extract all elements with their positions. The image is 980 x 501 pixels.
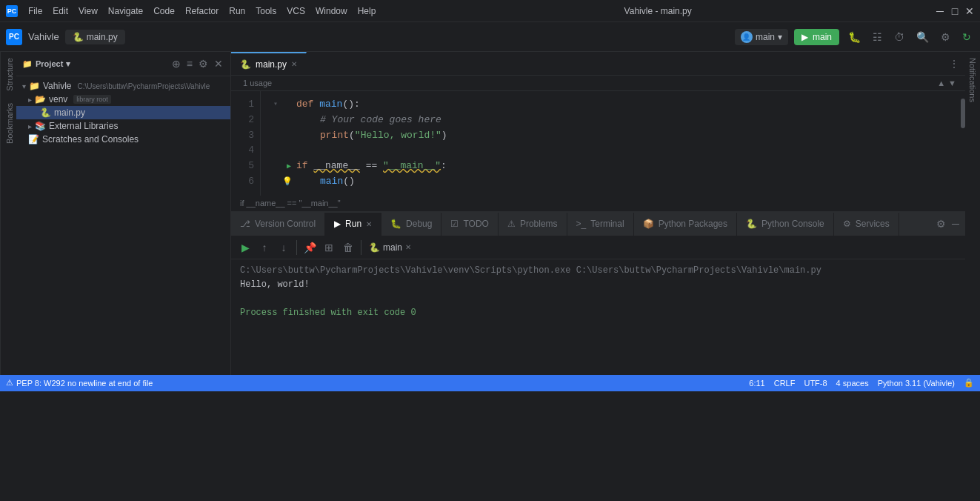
main-py-tab[interactable]: 🐍 main.py ✕ bbox=[231, 52, 307, 75]
bookmarks-panel-tab[interactable]: Bookmarks bbox=[1, 97, 16, 150]
nav-arrows[interactable]: ▲ ▼ bbox=[937, 79, 956, 87]
usages-badge[interactable]: 1 usage bbox=[240, 79, 272, 87]
expand-all-button[interactable]: ⊕ bbox=[170, 56, 182, 71]
tab-run[interactable]: ▶ Run ✕ bbox=[325, 213, 381, 236]
close-button[interactable]: ✕ bbox=[965, 7, 974, 16]
python-packages-tab-icon: 📦 bbox=[643, 219, 654, 229]
minimize-button[interactable]: ─ bbox=[936, 7, 944, 16]
run-label-close[interactable]: ✕ bbox=[405, 243, 411, 251]
terminal-output[interactable]: C:\Users\buttw\PycharmProjects\Vahivle\v… bbox=[231, 259, 965, 375]
cursor-position[interactable]: 6:11 bbox=[749, 379, 764, 388]
code-content[interactable]: ▾ def main(): # Your code goes here bbox=[261, 91, 959, 196]
search-everywhere-button[interactable]: 🔍 bbox=[913, 28, 932, 46]
lightbulb-icon[interactable]: 💡 bbox=[282, 176, 293, 189]
indent-setting[interactable]: 4 spaces bbox=[836, 379, 869, 388]
run-button[interactable]: ▶ main bbox=[794, 29, 839, 45]
menu-navigate[interactable]: Navigate bbox=[104, 4, 147, 18]
menu-file[interactable]: File bbox=[24, 4, 47, 18]
window-title: Vahivle - main.py bbox=[624, 6, 692, 16]
pin-tab-button[interactable]: 📌 bbox=[301, 239, 318, 256]
run-again-button[interactable]: ▶ bbox=[237, 239, 253, 256]
tree-scratches[interactable]: 📝 Scratches and Consoles bbox=[16, 133, 230, 146]
profile-button[interactable]: 👤 main ▾ bbox=[735, 29, 788, 45]
debug-toolbar-button[interactable]: 🐛 bbox=[845, 28, 864, 46]
app-logo: PC bbox=[6, 5, 18, 17]
editor-tab-menu[interactable]: ⋮ bbox=[949, 58, 965, 70]
sidebar: 📁 Project ▾ ⊕ ≡ ⚙ ✕ ▾ 📁 Vahivle C:\Users… bbox=[16, 52, 231, 375]
tree-venv[interactable]: ▸ 📂 venv library root bbox=[16, 93, 230, 106]
tab-version-control[interactable]: ⎇ Version Control bbox=[231, 213, 325, 236]
tab-services[interactable]: ⚙ Services bbox=[834, 213, 899, 236]
menu-help[interactable]: Help bbox=[353, 4, 381, 18]
settings-button[interactable]: ⚙ bbox=[938, 28, 953, 46]
file-path-tab[interactable]: 🐍 main.py bbox=[65, 30, 125, 44]
vertical-scrollbar[interactable] bbox=[959, 91, 965, 196]
notifications-panel[interactable]: Notifications bbox=[965, 52, 980, 375]
sidebar-title: 📁 Project ▾ bbox=[22, 59, 70, 69]
run-tab-close[interactable]: ✕ bbox=[366, 220, 372, 228]
remove-button[interactable]: 🗑 bbox=[340, 239, 356, 256]
tree-external-libs[interactable]: ▸ 📚 External Libraries bbox=[16, 119, 230, 133]
coverage-button[interactable]: ☷ bbox=[870, 28, 885, 46]
menu-view[interactable]: View bbox=[74, 4, 102, 18]
menu-run[interactable]: Run bbox=[224, 4, 250, 18]
menu-window[interactable]: Window bbox=[311, 4, 352, 18]
window-controls[interactable]: ─ □ ✕ bbox=[936, 7, 974, 16]
tab-close-button[interactable]: ✕ bbox=[291, 60, 297, 68]
run-arrow-5[interactable]: ▶ bbox=[287, 161, 291, 173]
settings-gear-icon[interactable]: ⚙ bbox=[197, 56, 210, 71]
tab-bar: 🐍 main.py ✕ bbox=[231, 52, 307, 75]
tab-debug[interactable]: 🐛 Debug bbox=[381, 213, 441, 236]
scroll-down-button[interactable]: ↓ bbox=[276, 239, 292, 256]
up-arrow[interactable]: ▲ bbox=[937, 79, 945, 87]
scroll-up-button[interactable]: ↑ bbox=[256, 239, 273, 256]
code-editor[interactable]: 1 2 3 4 5 6 ▾ def main(): bbox=[231, 91, 965, 196]
scratches-icon: 📝 bbox=[28, 134, 39, 145]
menu-edit[interactable]: Edit bbox=[48, 4, 73, 18]
sidebar-dropdown-icon[interactable]: ▾ bbox=[66, 59, 70, 69]
python-version[interactable]: Python 3.11 (Vahivle) bbox=[878, 379, 955, 388]
expand-arrow: ▾ bbox=[22, 82, 26, 90]
tab-python-packages-label: Python Packages bbox=[659, 219, 727, 229]
tab-problems[interactable]: ⚠ Problems bbox=[499, 213, 567, 236]
maximize-button[interactable]: □ bbox=[950, 7, 959, 16]
run-tab-icon: ▶ bbox=[334, 219, 341, 229]
minimize-panel-button[interactable]: ─ bbox=[952, 218, 959, 230]
run-gutter-5: ▶ bbox=[281, 161, 296, 173]
code-text-3: print("Hello, world!") bbox=[296, 128, 950, 144]
settings-bottom-button[interactable]: ⚙ bbox=[936, 218, 946, 230]
tree-mainpy[interactable]: 🐍 main.py bbox=[16, 106, 230, 119]
menu-vcs[interactable]: VCS bbox=[282, 4, 310, 18]
sidebar-title-label: Project bbox=[36, 59, 63, 68]
output-exit: Process finished with exit code 0 bbox=[240, 306, 956, 320]
tab-todo[interactable]: ☑ TODO bbox=[441, 213, 498, 236]
menu-tools[interactable]: Tools bbox=[251, 4, 281, 18]
git-status[interactable]: 🔒 bbox=[964, 378, 974, 388]
tab-python-packages[interactable]: 📦 Python Packages bbox=[634, 213, 737, 236]
layout-button[interactable]: ⊞ bbox=[321, 239, 337, 256]
structure-panel-tab[interactable]: Structure bbox=[1, 52, 16, 97]
tab-python-icon: 🐍 bbox=[240, 59, 251, 70]
down-arrow[interactable]: ▼ bbox=[948, 79, 956, 87]
profile-run-button[interactable]: ⏱ bbox=[891, 28, 907, 46]
run-gutter-6: 💡 bbox=[281, 176, 296, 189]
menu-bar[interactable]: File Edit View Navigate Code Refactor Ru… bbox=[24, 4, 380, 18]
fold-gutter-1[interactable]: ▾ bbox=[270, 99, 281, 110]
close-sidebar-button[interactable]: ✕ bbox=[213, 56, 224, 71]
collapse-all-button[interactable]: ≡ bbox=[185, 56, 194, 71]
update-button[interactable]: ↻ bbox=[959, 28, 974, 46]
venv-tag: library root bbox=[73, 95, 111, 104]
tab-terminal[interactable]: >_ Terminal bbox=[567, 213, 634, 236]
menu-refactor[interactable]: Refactor bbox=[181, 4, 223, 18]
punc-1: (): bbox=[342, 99, 359, 110]
warning-item[interactable]: ⚠ PEP 8: W292 no newline at end of file bbox=[6, 378, 153, 388]
tab-python-console[interactable]: 🐍 Python Console bbox=[737, 213, 834, 236]
venv-label: venv bbox=[49, 94, 67, 104]
encoding[interactable]: UTF-8 bbox=[804, 379, 827, 388]
tab-python-console-label: Python Console bbox=[761, 219, 824, 229]
line-endings[interactable]: CRLF bbox=[774, 379, 796, 388]
code-text-4 bbox=[296, 143, 950, 159]
tree-root[interactable]: ▾ 📁 Vahivle C:\Users\buttw\PycharmProjec… bbox=[16, 79, 230, 93]
menu-code[interactable]: Code bbox=[149, 4, 179, 18]
tab-terminal-label: Terminal bbox=[590, 219, 624, 229]
